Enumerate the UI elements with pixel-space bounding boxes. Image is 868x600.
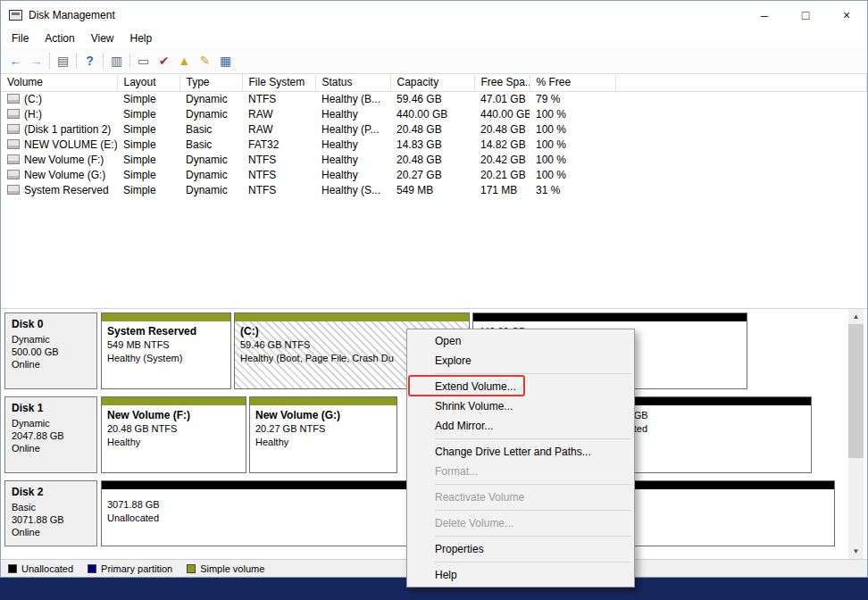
volume-name: New Volume (G:) xyxy=(24,169,105,181)
drive-icon xyxy=(7,170,20,179)
toolbar: ← → ▤ ? ▥ ▭ ✔ ▲ ✎ ▦ xyxy=(1,48,867,74)
legend-label: Simple volume xyxy=(200,563,264,574)
legend-unallocated: Unallocated xyxy=(8,563,73,574)
menu-action[interactable]: Action xyxy=(37,30,82,46)
disk-2-header[interactable]: Disk 2 Basic 3071.88 GB Online xyxy=(4,480,97,546)
column-header-status[interactable]: Status xyxy=(315,74,390,91)
column-header-filler xyxy=(615,74,867,91)
context-menu-explore[interactable]: Explore xyxy=(407,351,634,371)
column-header-volume[interactable]: Volume xyxy=(1,74,117,91)
cell-filler xyxy=(615,182,867,197)
cell-pct: 100 % xyxy=(530,152,615,167)
status-dialog-icon[interactable]: ▭ xyxy=(133,51,154,71)
disk-name: Disk 0 xyxy=(12,318,90,330)
partition-size: 549 MB NTFS xyxy=(107,338,225,352)
cell-volume: New Volume (F:) xyxy=(1,152,117,167)
help-icon[interactable]: ? xyxy=(79,51,100,71)
disk-0-header[interactable]: Disk 0 Dynamic 500.00 GB Online xyxy=(4,312,97,389)
disk-status: Online xyxy=(12,526,90,538)
cell-filler xyxy=(615,137,867,152)
folder-edit-icon[interactable]: ✎ xyxy=(195,51,215,71)
cell-capacity: 20.48 GB xyxy=(390,121,474,137)
column-header-free-space[interactable]: Free Spa... xyxy=(474,74,530,91)
volume-row-e[interactable]: NEW VOLUME (E:) Simple Basic FAT32 Healt… xyxy=(1,137,867,152)
volume-context-menu: Open Explore Extend Volume... Shrink Vol… xyxy=(406,329,635,588)
partition-color-bar xyxy=(473,313,747,321)
context-menu-add-mirror[interactable]: Add Mirror... xyxy=(407,416,634,436)
disk-name: Disk 2 xyxy=(12,486,90,498)
volume-row-c[interactable]: (C:) Simple Dynamic NTFS Healthy (B... 5… xyxy=(1,91,867,106)
simple-volume-swatch xyxy=(187,564,196,573)
show-console-tree-icon[interactable]: ▤ xyxy=(53,51,73,71)
column-header-type[interactable]: Type xyxy=(179,74,242,91)
cell-type: Dynamic xyxy=(179,167,242,182)
partition-g[interactable]: New Volume (G:) 20.27 GB NTFS Healthy xyxy=(249,396,397,473)
back-icon[interactable]: ← xyxy=(5,51,26,71)
cell-status: Healthy xyxy=(315,167,390,182)
cell-free: 20.42 GB xyxy=(474,152,530,167)
cell-pct: 100 % xyxy=(530,106,615,121)
cell-free: 20.48 GB xyxy=(474,121,530,137)
cell-pct: 100 % xyxy=(530,121,615,137)
close-button[interactable]: × xyxy=(826,1,867,29)
menu-file[interactable]: File xyxy=(4,30,37,46)
disk-kind: Dynamic xyxy=(12,333,90,346)
column-header-capacity[interactable]: Capacity xyxy=(390,74,474,91)
volume-row-h[interactable]: (H:) Simple Dynamic RAW Healthy 440.00 G… xyxy=(1,106,867,121)
partition-f[interactable]: New Volume (F:) 20.48 GB NTFS Healthy xyxy=(101,396,246,473)
column-header-file-system[interactable]: File System xyxy=(242,74,315,91)
cell-type: Dynamic xyxy=(179,152,242,167)
disk-size: 2047.88 GB xyxy=(12,429,90,442)
context-menu-reactivate-volume: Reactivate Volume xyxy=(407,488,634,507)
scroll-up-icon[interactable]: ▲ xyxy=(848,309,864,324)
partition-color-bar xyxy=(250,397,396,405)
disk-kind: Dynamic xyxy=(12,417,90,429)
show-action-pane-icon[interactable]: ▥ xyxy=(106,51,127,71)
cell-filler xyxy=(615,106,867,121)
cell-pct: 31 % xyxy=(530,182,615,197)
maximize-button[interactable]: □ xyxy=(785,1,826,29)
drive-icon xyxy=(7,185,20,195)
menu-separator xyxy=(435,438,631,439)
disk-1-header[interactable]: Disk 1 Dynamic 2047.88 GB Online xyxy=(4,396,97,473)
cell-fs: RAW xyxy=(242,106,315,121)
volume-row-system-reserved[interactable]: System Reserved Simple Dynamic NTFS Heal… xyxy=(1,182,867,197)
cell-fs: NTFS xyxy=(242,152,315,167)
cell-filler xyxy=(615,91,867,106)
context-menu-change-drive-letter[interactable]: Change Drive Letter and Paths... xyxy=(407,442,634,462)
partition-system-reserved[interactable]: System Reserved 549 MB NTFS Healthy (Sys… xyxy=(101,312,231,389)
cell-filler xyxy=(615,121,867,137)
volume-row-f[interactable]: New Volume (F:) Simple Dynamic NTFS Heal… xyxy=(1,152,867,167)
menu-bar: File Action View Help xyxy=(1,29,867,48)
cell-fs: NTFS xyxy=(242,167,315,182)
context-menu-properties[interactable]: Properties xyxy=(407,539,634,559)
cell-volume: NEW VOLUME (E:) xyxy=(1,137,117,152)
unallocated-swatch xyxy=(8,564,17,573)
forward-icon[interactable]: → xyxy=(26,51,46,71)
toolbar-separator xyxy=(76,53,77,69)
scrollbar-thumb[interactable] xyxy=(848,324,864,458)
folder-up-icon[interactable]: ▲ xyxy=(174,51,195,71)
check-icon[interactable]: ✔ xyxy=(154,51,174,71)
cell-layout: Simple xyxy=(117,121,179,137)
minimize-button[interactable]: – xyxy=(744,1,785,29)
drive-icon xyxy=(7,109,20,119)
drive-icon xyxy=(7,124,20,134)
grid-icon[interactable]: ▦ xyxy=(215,51,236,71)
volume-name: (Disk 1 partition 2) xyxy=(24,123,111,136)
context-menu-shrink-volume[interactable]: Shrink Volume... xyxy=(407,396,634,416)
column-header-pct-free[interactable]: % Free xyxy=(530,74,615,91)
volume-row-g[interactable]: New Volume (G:) Simple Dynamic NTFS Heal… xyxy=(1,167,867,182)
vertical-scrollbar[interactable]: ▲ ▼ xyxy=(848,309,864,559)
context-menu-help[interactable]: Help xyxy=(407,565,634,585)
context-menu-extend-volume[interactable]: Extend Volume... xyxy=(407,377,634,396)
context-menu-open[interactable]: Open xyxy=(407,331,634,351)
menu-help[interactable]: Help xyxy=(122,30,161,46)
menu-view[interactable]: View xyxy=(83,30,122,46)
disk-kind: Basic xyxy=(12,501,90,513)
column-header-layout[interactable]: Layout xyxy=(117,74,179,91)
cell-status: Healthy xyxy=(315,106,390,121)
volume-row-disk1-partition2[interactable]: (Disk 1 partition 2) Simple Basic RAW He… xyxy=(1,121,867,137)
scroll-down-icon[interactable]: ▼ xyxy=(848,544,864,559)
cell-filler xyxy=(615,167,867,182)
